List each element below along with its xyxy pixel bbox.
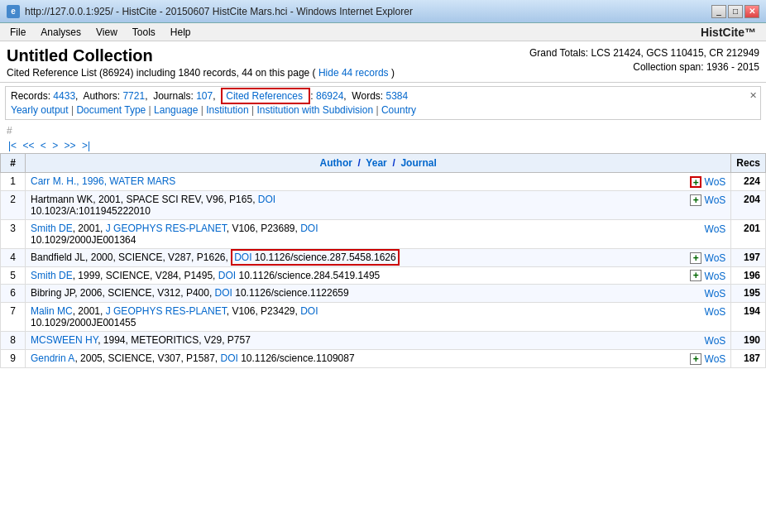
page-title: Untitled Collection <box>7 46 529 65</box>
row-recs: 204 <box>731 190 766 219</box>
page-next[interactable]: > <box>52 140 58 151</box>
menu-help[interactable]: Help <box>164 25 198 40</box>
language-link[interactable]: Language <box>154 104 198 116</box>
journal-link[interactable]: J GEOPHYS RES-PLANET <box>106 223 227 234</box>
country-link[interactable]: Country <box>381 104 416 116</box>
row-content: Gendrin A, 2005, SCIENCE, V307, P1587, D… <box>26 350 731 368</box>
doc-type-link[interactable]: Document Type <box>76 104 146 116</box>
row-content: Smith DE, 1999, SCIENCE, V284, P1495, DO… <box>26 266 731 285</box>
row-num: 4 <box>1 248 26 266</box>
pagination-controls[interactable]: |< << < > >> >| <box>0 138 766 153</box>
row-num: 2 <box>1 190 26 219</box>
cited-refs-link[interactable]: Cited References <box>226 90 303 102</box>
row-num: 9 <box>1 350 26 368</box>
yearly-output-link[interactable]: Yearly output <box>11 104 69 116</box>
subtitle-text: Cited Reference List (86924) including 1… <box>7 67 318 79</box>
add-icon[interactable]: + <box>690 270 701 281</box>
row-content: Carr M. H., 1996, WATER MARS + WoS <box>26 173 731 191</box>
sort-journal[interactable]: Journal <box>400 157 436 169</box>
row-content: Hartmann WK, 2001, SPACE SCI REV, V96, P… <box>26 190 731 219</box>
wos-link[interactable]: WoS <box>705 223 726 235</box>
institution-link[interactable]: Institution <box>206 104 248 116</box>
row-text: Hartmann WK, 2001, SPACE SCI REV, V96, P… <box>31 194 275 205</box>
subtitle-paren: ) <box>391 67 395 79</box>
minimize-button[interactable]: _ <box>711 5 726 18</box>
wos-link[interactable]: WoS <box>705 252 726 264</box>
page-prev[interactable]: < <box>41 140 46 151</box>
page-next-far[interactable]: >> <box>65 140 76 151</box>
grand-totals-line2: Collection span: 1936 - 2015 <box>529 60 759 74</box>
add-icon[interactable]: + <box>690 252 701 264</box>
filter-close[interactable]: ✕ <box>749 90 757 101</box>
doi-link[interactable]: DOI <box>300 305 318 317</box>
records-label: Records: <box>11 90 53 102</box>
restore-button[interactable]: □ <box>728 5 743 18</box>
wos-link[interactable]: WoS <box>705 306 726 318</box>
add-icon[interactable]: + <box>690 194 701 206</box>
table-row: 6 Bibring JP, 2006, SCIENCE, V312, P400,… <box>1 285 766 303</box>
wos-link[interactable]: WoS <box>705 270 726 281</box>
title-bar: e http://127.0.0.1:925/ - HistCite - 201… <box>0 0 766 23</box>
wos-link[interactable]: WoS <box>705 288 726 300</box>
sort-year[interactable]: Year <box>366 157 386 169</box>
window-controls[interactable]: _ □ ✕ <box>711 5 759 18</box>
row-recs: 194 <box>731 303 766 332</box>
row-content: Bandfield JL, 2000, SCIENCE, V287, P1626… <box>26 248 731 266</box>
row-ref-link[interactable]: Gendrin A <box>31 352 74 364</box>
row-ref-link[interactable]: Malin MC <box>31 305 73 317</box>
col-header-recs: Recs <box>731 154 766 173</box>
records-link[interactable]: 4433 <box>53 90 75 102</box>
close-button[interactable]: ✕ <box>744 5 759 18</box>
row-num: 7 <box>1 303 26 332</box>
doi-link[interactable]: DOI <box>234 252 251 263</box>
cited-refs-val-link[interactable]: 86924 <box>316 90 343 102</box>
row-num: 8 <box>1 332 26 350</box>
table-row: 7 Malin MC, 2001, J GEOPHYS RES-PLANET, … <box>1 303 766 332</box>
authors-link[interactable]: 7721 <box>122 90 145 102</box>
institution-subdivision-link[interactable]: Institution with Subdivision <box>256 104 373 116</box>
doi-link[interactable]: DOI <box>300 223 318 234</box>
menu-tools[interactable]: Tools <box>126 25 162 40</box>
menu-file[interactable]: File <box>3 25 32 40</box>
doi-link[interactable]: DOI <box>220 352 237 364</box>
cited-refs-highlighted: Cited References <box>221 88 310 104</box>
page-prev-far[interactable]: << <box>22 140 34 151</box>
row-ref-link[interactable]: Carr M. H., 1996, WATER MARS <box>31 175 175 187</box>
wos-link[interactable]: WoS <box>705 176 726 188</box>
filter-bar: ✕ Records: 4433, Authors: 7721, Journals… <box>5 86 761 120</box>
wos-link[interactable]: WoS <box>705 335 726 347</box>
table-row: 5 Smith DE, 1999, SCIENCE, V284, P1495, … <box>1 266 766 285</box>
journal-link[interactable]: J GEOPHYS RES-PLANET <box>106 305 227 317</box>
add-icon[interactable]: + <box>690 176 701 188</box>
journals-link[interactable]: 107 <box>196 90 213 102</box>
histcite-brand: HistCite™ <box>701 26 763 39</box>
page-last[interactable]: >| <box>82 140 90 151</box>
col-header-author-journal: Author / Year / Journal <box>26 154 731 173</box>
row-ref-link[interactable]: Smith DE <box>31 270 73 281</box>
doi-link[interactable]: DOI <box>215 287 232 299</box>
row-recs: 190 <box>731 332 766 350</box>
doi-val: 10.1029/2000JE001364 <box>31 234 136 246</box>
wos-link[interactable]: WoS <box>705 353 726 365</box>
table-row: 1 Carr M. H., 1996, WATER MARS + WoS 224 <box>1 173 766 191</box>
words-link[interactable]: 5384 <box>385 90 408 102</box>
menu-view[interactable]: View <box>89 25 124 40</box>
table-container: # Author / Year / Journal Recs 1 <box>0 153 766 368</box>
page-first[interactable]: |< <box>8 140 17 151</box>
wos-link[interactable]: WoS <box>705 194 726 206</box>
hide-records-link[interactable]: Hide 44 records <box>318 67 389 79</box>
menu-items: File Analyses View Tools Help <box>3 25 198 40</box>
menu-analyses[interactable]: Analyses <box>34 25 88 40</box>
add-icon[interactable]: + <box>690 353 701 365</box>
row-ref-link[interactable]: Smith DE <box>31 223 73 234</box>
row-ref-link[interactable]: MCSWEEN HY <box>31 334 98 346</box>
doi-val: 10.1029/2000JE001455 <box>31 317 136 328</box>
row-num: 5 <box>1 266 26 285</box>
row-num: 6 <box>1 285 26 303</box>
app-icon: e <box>7 5 20 18</box>
doi-highlighted-box: DOI 10.1126/science.287.5458.1626 <box>231 249 400 266</box>
hash-symbol: # <box>7 125 12 137</box>
doi-link[interactable]: DOI <box>258 194 275 205</box>
sort-author[interactable]: Author <box>320 157 352 169</box>
doi-link[interactable]: DOI <box>218 270 236 281</box>
